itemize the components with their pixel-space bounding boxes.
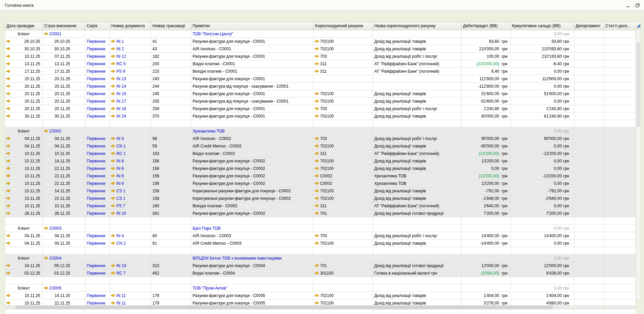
corr-name-cell[interactable]: Дохід від реалізації товарів <box>373 98 462 105</box>
drilldown-arrow-icon[interactable] <box>315 92 319 95</box>
txn-no-cell[interactable]: 158 <box>151 187 191 195</box>
series-cell[interactable]: Первинне <box>85 195 110 202</box>
restore-button[interactable] <box>635 3 640 8</box>
drilldown-arrow-icon[interactable] <box>315 189 319 193</box>
posting-date-cell[interactable]: Клієнт <box>5 284 43 292</box>
due-date-cell[interactable]: 03.12.25 <box>43 269 85 277</box>
drilldown-arrow-icon[interactable] <box>6 211 11 215</box>
corr-name-cell[interactable]: Дохід від реалізації товарів <box>373 112 462 120</box>
corr-account-cell[interactable]: 702100 <box>314 292 373 299</box>
balance-cell[interactable]: 1'404,00грн <box>511 292 574 299</box>
drilldown-arrow-icon[interactable] <box>315 181 319 185</box>
income-items-cell[interactable] <box>604 98 636 105</box>
income-items-cell[interactable] <box>604 202 636 210</box>
due-date-cell[interactable]: 07.11.25 <box>43 53 85 60</box>
debit-credit-cell[interactable]: (210'200,00)грн <box>462 60 511 68</box>
income-items-cell[interactable] <box>604 142 636 150</box>
corr-name-cell[interactable]: Готівка в національній валюті грн <box>373 269 462 277</box>
notes-cell[interactable]: A/R Invoices - C0001 <box>191 45 314 53</box>
department-cell[interactable] <box>574 180 604 187</box>
posting-date-cell[interactable]: 10.11.25 <box>5 195 43 202</box>
series-cell[interactable]: Первинне <box>85 38 110 45</box>
posting-date-cell[interactable]: 20.11.25 <box>5 75 43 83</box>
series-cell[interactable]: Первинне <box>85 53 110 60</box>
posting-date-cell[interactable]: 03.12.25 <box>5 269 43 277</box>
drilldown-arrow-icon[interactable] <box>315 167 319 170</box>
corr-account-cell[interactable]: 311 <box>314 150 373 157</box>
posting-date-cell[interactable]: 10.11.25 <box>5 150 43 157</box>
drilldown-arrow-icon[interactable] <box>315 137 319 140</box>
drilldown-arrow-icon[interactable] <box>6 167 11 170</box>
notes-cell[interactable]: Рахунки-фактури для покупця - C0005 <box>191 292 314 299</box>
department-cell[interactable] <box>574 98 604 105</box>
drilldown-arrow-icon[interactable] <box>6 264 11 267</box>
drilldown-arrow-icon[interactable] <box>111 294 115 297</box>
corr-account-cell[interactable]: 301100 <box>314 269 373 277</box>
drilldown-arrow-icon[interactable] <box>111 107 115 110</box>
department-cell[interactable] <box>574 150 604 157</box>
due-date-cell[interactable]: 04.11.25 <box>43 232 85 240</box>
due-date-cell[interactable]: C0001 <box>43 30 85 38</box>
drilldown-arrow-icon[interactable] <box>111 144 115 148</box>
column-header-txn-no[interactable]: Номер транзакції <box>151 22 191 30</box>
department-cell[interactable] <box>574 135 604 142</box>
drilldown-arrow-icon[interactable] <box>111 99 115 103</box>
corr-name-cell[interactable]: Дохід від реалізації робіт і послуг <box>373 135 462 142</box>
txn-no-cell[interactable]: 245 <box>151 90 191 98</box>
balance-cell[interactable]: 0,00грн <box>511 98 574 105</box>
scrollbar-corner-button[interactable] <box>636 22 641 30</box>
column-header-doc-no[interactable]: Номер документа <box>110 22 151 30</box>
debit-credit-cell[interactable]: -90'000,00грн <box>462 142 511 150</box>
corr-account-cell[interactable]: 703 <box>314 135 373 142</box>
txn-no-cell[interactable]: 156 <box>151 180 191 187</box>
txn-no-cell[interactable]: 323 <box>151 262 191 269</box>
department-cell[interactable] <box>574 45 604 53</box>
drilldown-arrow-icon[interactable] <box>44 129 48 133</box>
department-cell[interactable] <box>574 60 604 68</box>
due-date-cell[interactable]: C0005 <box>43 284 85 292</box>
due-date-cell[interactable]: 22.11.25 <box>43 195 85 202</box>
income-items-cell[interactable] <box>604 195 636 202</box>
due-date-cell[interactable]: 30.10.25 <box>43 45 85 53</box>
series-cell[interactable]: Первинне <box>85 180 110 187</box>
posting-date-cell[interactable]: 20.11.25 <box>5 90 43 98</box>
doc-no-cell[interactable]: RC 1 <box>110 150 151 157</box>
balance-cell[interactable]: 210'093,60грн <box>511 45 574 53</box>
txn-no-cell[interactable]: 156 <box>151 172 191 180</box>
notes-cell[interactable]: A/R Invoices - C0003 <box>191 232 314 240</box>
notes-cell[interactable]: Вихідні платежі - C0002 <box>191 202 314 210</box>
department-cell[interactable] <box>574 105 604 112</box>
posting-date-cell[interactable]: 10.11.25 <box>5 53 43 60</box>
drilldown-arrow-icon[interactable] <box>315 62 319 66</box>
doc-no-cell[interactable]: IN 14 <box>110 83 151 90</box>
department-cell[interactable] <box>574 165 604 172</box>
due-date-cell[interactable]: C0004 <box>43 255 85 262</box>
drilldown-arrow-icon[interactable] <box>111 234 115 238</box>
series-cell[interactable]: Первинне <box>85 135 110 142</box>
doc-no-cell[interactable]: RC 5 <box>110 60 151 68</box>
doc-no-cell[interactable]: IN 19 <box>110 262 151 269</box>
txn-no-cell[interactable]: 156 <box>151 157 191 165</box>
drilldown-arrow-icon[interactable] <box>111 69 115 73</box>
drilldown-arrow-icon[interactable] <box>315 152 319 155</box>
corr-name-cell[interactable]: Хризантема ТОВ <box>373 172 462 180</box>
posting-date-cell[interactable]: 10.11.25 <box>5 202 43 210</box>
drilldown-arrow-icon[interactable] <box>315 47 319 51</box>
department-cell[interactable] <box>574 292 604 299</box>
doc-no-cell[interactable]: IN 6 <box>110 180 151 187</box>
due-date-cell[interactable]: 14.11.25 <box>43 157 85 165</box>
corr-name-cell[interactable]: Дохід від реалізації товарів <box>373 292 462 299</box>
column-header-series[interactable]: Серія <box>85 22 110 30</box>
corr-account-cell[interactable]: 702100 <box>314 157 373 165</box>
drilldown-arrow-icon[interactable] <box>315 301 319 305</box>
drilldown-arrow-icon[interactable] <box>315 114 319 118</box>
drilldown-arrow-icon[interactable] <box>44 32 48 36</box>
posting-date-cell[interactable]: 26.11.25 <box>5 210 43 217</box>
doc-no-cell[interactable]: CS 1 <box>110 187 151 195</box>
corr-account-cell[interactable]: 311 <box>314 202 373 210</box>
income-items-cell[interactable] <box>604 292 636 299</box>
drilldown-arrow-icon[interactable] <box>315 69 319 73</box>
department-cell[interactable] <box>574 53 604 60</box>
corr-account-cell[interactable]: 702100 <box>314 142 373 150</box>
drilldown-arrow-icon[interactable] <box>111 167 115 170</box>
